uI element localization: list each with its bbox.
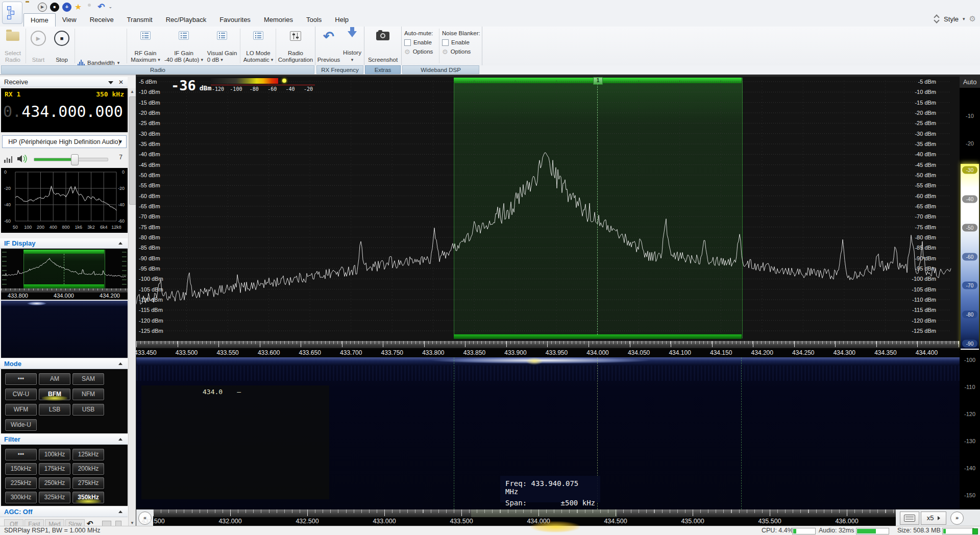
- filter-button-325khz[interactable]: 325kHz: [39, 492, 70, 503]
- main-spectrum-display[interactable]: 1 -36 dBm -120-100-80-60-40-20 -5 dBm-10…: [136, 77, 960, 357]
- agc-button-slow[interactable]: Slow: [65, 519, 85, 526]
- filter-button-[interactable]: •••: [5, 449, 37, 460]
- tab-memories[interactable]: Memories: [257, 13, 300, 26]
- filter-panel-header[interactable]: Filter: [0, 434, 128, 445]
- filter-button-100khz[interactable]: 100kHz: [39, 449, 70, 460]
- spectrum-frequency-ruler[interactable]: [136, 341, 960, 348]
- frequency-navigation-bar[interactable]: « 431.500432.000432.500433.000433.500434…: [136, 509, 980, 526]
- tab-receive[interactable]: Receive: [83, 13, 120, 26]
- add-icon[interactable]: +: [62, 3, 71, 11]
- ribbon-collapse-icon[interactable]: [934, 15, 940, 23]
- tab-view[interactable]: View: [56, 13, 83, 26]
- rf-gain-button[interactable]: RF GainMaximum ▾: [129, 28, 162, 64]
- mode-button-[interactable]: •••: [5, 373, 37, 385]
- frequency-display[interactable]: 0.434.000.000: [3, 103, 123, 120]
- radio-configuration-button[interactable]: RadioConfiguration: [277, 28, 314, 64]
- style-caret-icon[interactable]: ▾: [963, 16, 965, 21]
- select-radio-button[interactable]: SelectRadio: [1, 28, 24, 64]
- collapse-icon[interactable]: [118, 438, 122, 441]
- play-icon[interactable]: ▶: [38, 3, 46, 11]
- volume-handle[interactable]: [71, 154, 79, 165]
- mode-button-nfm[interactable]: NFM: [72, 388, 104, 400]
- mode-button-wideu[interactable]: Wide-U: [5, 419, 37, 431]
- undo-icon[interactable]: ↶: [97, 3, 105, 11]
- tab-rec-playback[interactable]: Rec/Playback: [159, 13, 213, 26]
- camera-icon[interactable]: [85, 3, 94, 11]
- if-display-panel[interactable]: 433.800434.000434.200: [1, 249, 128, 300]
- previous-button[interactable]: ↶ Previous: [317, 28, 340, 64]
- filter-button-200khz[interactable]: 200kHz: [72, 463, 104, 475]
- filter-button-150khz[interactable]: 150kHz: [5, 463, 37, 475]
- mode-button-wfm[interactable]: WFM: [5, 404, 37, 416]
- filter-button-300khz[interactable]: 300kHz: [5, 492, 37, 503]
- if-waterfall[interactable]: [1, 301, 128, 358]
- scroll-up-icon[interactable]: ▲: [129, 89, 136, 94]
- panel-scrollbar[interactable]: ▲ ▼: [128, 88, 136, 526]
- history-button[interactable]: History▾: [341, 28, 363, 64]
- tab-transmit[interactable]: Transmit: [120, 13, 159, 26]
- nav-forward-button[interactable]: »: [950, 512, 964, 525]
- tab-home[interactable]: Home: [23, 13, 56, 27]
- filter-button-250khz[interactable]: 250kHz: [39, 477, 70, 489]
- palette-level-dot[interactable]: [282, 79, 286, 83]
- favourite-star-icon[interactable]: ★: [75, 3, 82, 11]
- volume-slider[interactable]: [34, 158, 108, 161]
- tab-help[interactable]: Help: [328, 13, 355, 26]
- style-button[interactable]: Style: [944, 15, 959, 23]
- noise-blanker-enable-checkbox[interactable]: Enable: [442, 38, 481, 47]
- undo-history-icon[interactable]: ↶: [87, 519, 93, 526]
- mode-panel-header[interactable]: Mode: [0, 359, 128, 369]
- filter-button-225khz[interactable]: 225kHz: [5, 477, 37, 489]
- mode-button-bfm[interactable]: BFM: [39, 388, 70, 400]
- main-waterfall[interactable]: 434.0– Freq: 433.940.075 MHz Span:±500 k…: [136, 357, 960, 509]
- automute-enable-checkbox[interactable]: Enable: [404, 38, 438, 47]
- equalizer-icon[interactable]: [4, 155, 12, 163]
- panel-dropdown-icon[interactable]: [108, 81, 113, 84]
- mode-button-usb[interactable]: USB: [72, 404, 104, 416]
- automute-options-button[interactable]: ⚙Options: [404, 47, 438, 56]
- qat-more-icon[interactable]: ⌄: [109, 3, 113, 11]
- scrollbar-thumb[interactable]: [129, 96, 136, 205]
- noise-blanker-options-button[interactable]: ⚙Options: [442, 47, 481, 56]
- scroll-down-icon[interactable]: ▼: [129, 521, 136, 525]
- mode-button-sam[interactable]: SAM: [72, 373, 104, 385]
- lo-mode-button[interactable]: LO ModeAutomatic▾: [241, 28, 275, 64]
- filter-button-125khz[interactable]: 125kHz: [72, 449, 104, 460]
- auto-range-button[interactable]: Auto: [960, 77, 980, 88]
- speaker-icon[interactable]: [16, 154, 29, 164]
- nav-zoom-button[interactable]: x5: [921, 512, 946, 525]
- collapse-icon[interactable]: [118, 242, 122, 245]
- agc-button-off[interactable]: Off: [4, 519, 23, 526]
- rx1-marker[interactable]: 1: [593, 77, 603, 85]
- nav-ruler[interactable]: [153, 509, 896, 517]
- mode-button-lsb[interactable]: LSB: [39, 404, 70, 416]
- collapse-icon[interactable]: [118, 510, 122, 513]
- stop-icon[interactable]: ■: [50, 3, 59, 11]
- agc-button-med[interactable]: Med: [45, 519, 64, 526]
- waterfall-palette-bar[interactable]: [211, 78, 278, 84]
- tab-tools[interactable]: Tools: [300, 13, 328, 26]
- agc-button-fast[interactable]: Fast: [24, 519, 44, 526]
- frequency-lcd[interactable]: RX 1 350 kHz 0.434.000.000: [1, 88, 128, 132]
- open-folder-icon[interactable]: [26, 3, 34, 11]
- if-gain-button[interactable]: IF Gain-40 dB (Auto) ▾: [163, 28, 204, 64]
- filter-button-275khz[interactable]: 275kHz: [72, 477, 104, 489]
- if-display-header[interactable]: IF Display: [0, 238, 128, 249]
- start-button[interactable]: ▶ Start: [27, 28, 50, 64]
- agc-panel-header[interactable]: AGC: Off: [0, 507, 128, 517]
- receive-panel-header[interactable]: Receive ✕: [0, 77, 128, 87]
- close-icon[interactable]: ✕: [118, 77, 124, 87]
- filter-button-350khz[interactable]: 350kHz: [72, 492, 104, 503]
- tab-favourites[interactable]: Favourites: [213, 13, 257, 26]
- screenshot-button[interactable]: Screenshot: [365, 28, 400, 64]
- mode-button-cwu[interactable]: CW-U: [5, 388, 37, 400]
- mode-button-am[interactable]: AM: [39, 373, 70, 385]
- collapse-icon[interactable]: [118, 362, 122, 365]
- audio-device-select[interactable]: HP (Périphérique High Definition Audio) …: [2, 135, 127, 148]
- settings-gear-icon[interactable]: ⚙: [969, 15, 976, 23]
- application-menu-button[interactable]: [2, 2, 22, 24]
- passband-bottom-bar[interactable]: [454, 334, 742, 339]
- range-lower-limit[interactable]: [961, 349, 979, 350]
- keyboard-entry-button[interactable]: [900, 512, 919, 525]
- stop-button[interactable]: ■ Stop: [51, 28, 73, 64]
